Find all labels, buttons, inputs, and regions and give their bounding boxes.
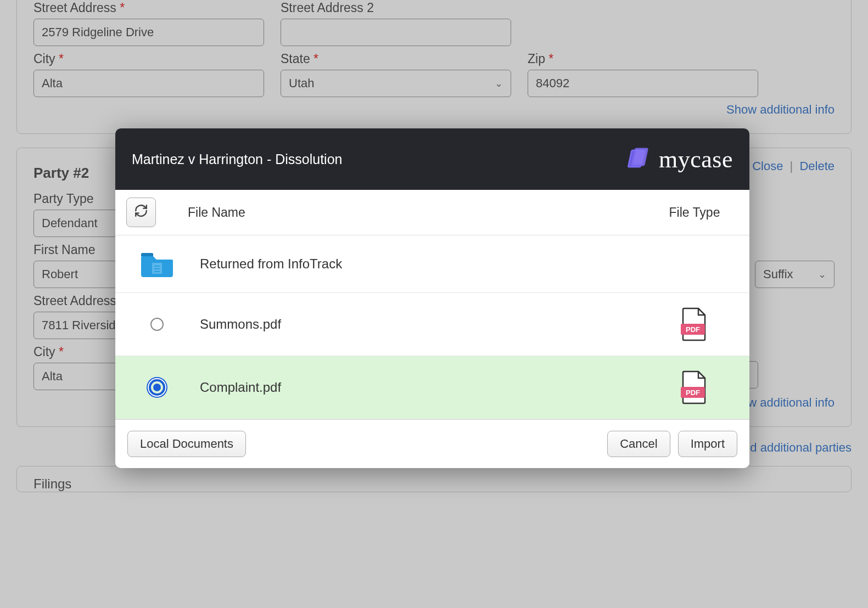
file-name: Complaint.pdf <box>188 380 651 395</box>
svg-rect-1 <box>632 149 647 165</box>
folder-icon <box>140 250 174 278</box>
mycase-logo-text: mycase <box>659 145 733 173</box>
file-name: Summons.pdf <box>188 317 651 332</box>
modal-footer: Local Documents Cancel Import <box>115 419 749 468</box>
mycase-logo-icon <box>627 147 651 171</box>
pdf-file-icon: PDF <box>681 370 708 404</box>
file-row-folder[interactable]: Returned from InfoTrack <box>115 235 749 293</box>
file-row-selected[interactable]: Complaint.pdf PDF <box>115 356 749 419</box>
modal-title: Martinez v Harrington - Dissolution <box>132 151 342 167</box>
pdf-file-icon: PDF <box>681 307 708 341</box>
mycase-logo: mycase <box>627 145 733 173</box>
cancel-button[interactable]: Cancel <box>607 431 670 457</box>
file-name: Returned from InfoTrack <box>188 256 651 272</box>
radio-selected[interactable] <box>149 379 165 396</box>
refresh-button[interactable] <box>126 198 156 227</box>
refresh-icon <box>134 204 148 221</box>
local-documents-button[interactable]: Local Documents <box>127 431 246 457</box>
radio-unselected[interactable] <box>150 318 164 331</box>
file-row[interactable]: Summons.pdf PDF <box>115 293 749 356</box>
modal-header: Martinez v Harrington - Dissolution myca… <box>115 128 749 190</box>
file-picker-modal: Martinez v Harrington - Dissolution myca… <box>115 128 749 468</box>
svg-text:PDF: PDF <box>686 389 700 397</box>
import-button[interactable]: Import <box>678 431 737 457</box>
column-header-filename: File Name <box>188 205 651 220</box>
column-header-filetype: File Type <box>651 205 738 220</box>
svg-text:PDF: PDF <box>686 325 700 334</box>
file-table-header: File Name File Type <box>115 190 749 235</box>
